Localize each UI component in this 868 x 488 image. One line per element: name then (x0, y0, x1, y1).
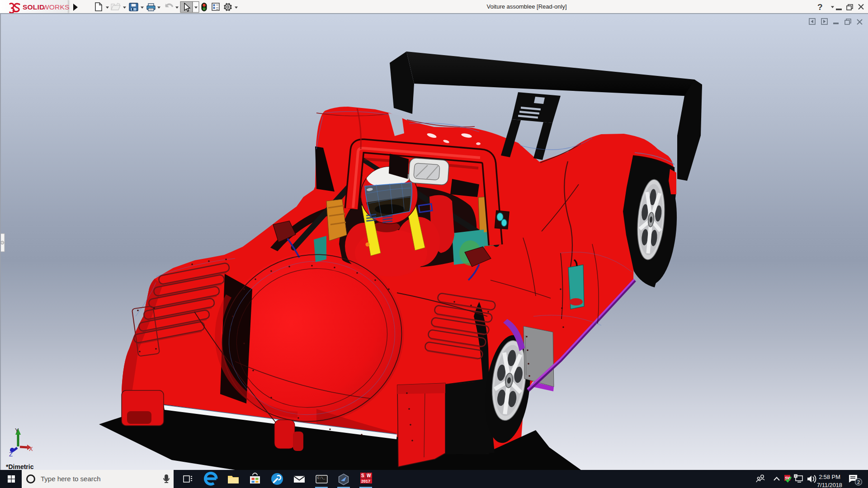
svg-text:2017: 2017 (361, 479, 370, 483)
svg-text:Y: Y (15, 427, 19, 434)
svg-text:7/11/2018: 7/11/2018 (817, 482, 842, 488)
svg-text:Z: Z (9, 451, 13, 458)
svg-text:2:58 PM: 2:58 PM (819, 474, 840, 480)
svg-text:C:\_: C:\_ (317, 476, 326, 480)
svg-text:X: X (29, 446, 33, 452)
svg-text:S: S (361, 473, 364, 478)
svg-text:2: 2 (857, 479, 860, 485)
svg-text:W: W (367, 473, 371, 478)
